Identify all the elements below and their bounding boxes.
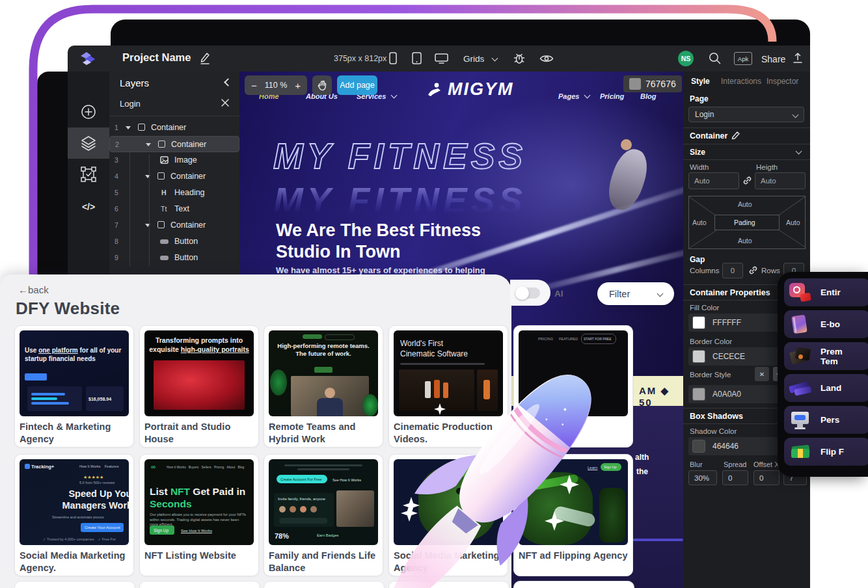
fill-color-swatch[interactable] (692, 316, 705, 329)
layer-row[interactable]: 3 Image (109, 152, 239, 168)
layer-row[interactable]: 5 H Heading (109, 185, 239, 201)
infinity-logo: ∞ (151, 463, 156, 470)
zoom-out-button[interactable]: − (251, 80, 257, 91)
hero-body-text[interactable]: We have almost 15+ years of experiences … (276, 265, 485, 275)
edit-project-icon[interactable] (199, 52, 211, 65)
share-button[interactable]: Share (761, 54, 785, 64)
template-card[interactable]: Transforming prompts into exquisite high… (139, 325, 259, 448)
zoom-control[interactable]: − 110 % + (245, 75, 307, 95)
border-color-swatch[interactable] (692, 350, 705, 363)
category-ebook[interactable]: E-bo (784, 310, 868, 338)
tab-inspector[interactable]: Inspector (766, 77, 798, 86)
width-input[interactable]: Auto (688, 172, 739, 189)
layer-row[interactable]: 7 Container (109, 217, 239, 234)
border-style-value[interactable]: A0A0A0 (712, 390, 741, 399)
category-label: Pers (821, 415, 839, 425)
template-card[interactable]: ∞ How It Works Buyers Sellers Pricing Ab… (139, 454, 259, 576)
zoom-in-button[interactable]: + (295, 80, 301, 91)
border-style-none-button[interactable]: ✕ (755, 367, 769, 381)
add-element-icon[interactable] (68, 101, 109, 122)
hand-icon (318, 80, 327, 91)
layer-row[interactable]: 8 Button (109, 234, 239, 250)
template-card[interactable]: Tracking+ How It Works Features ★★★★★ 5.… (14, 454, 134, 576)
share-upload-icon[interactable] (793, 52, 803, 64)
height-input[interactable]: Auto (755, 172, 806, 189)
pan-tool-button[interactable] (312, 75, 332, 95)
template-card[interactable]: Create Account For Free See How It Works… (264, 454, 383, 576)
padding-right-value[interactable]: Auto (786, 219, 800, 226)
shadow-color-swatch[interactable] (692, 440, 705, 453)
category-personal[interactable]: Pers (784, 406, 868, 434)
filter-dropdown[interactable]: Filter (597, 282, 674, 305)
layers-page-name[interactable]: Login (120, 99, 141, 109)
layer-row[interactable]: 6 Tt Text (109, 201, 239, 217)
hero-subtitle[interactable]: We Are The Best Fitness Studio In Town (276, 220, 481, 263)
caret-down-icon[interactable] (146, 143, 151, 146)
fill-color-value[interactable]: FFFFFF (712, 318, 741, 327)
template-card[interactable]: Use one platform for all of your startup… (14, 325, 134, 448)
padding-bottom-value[interactable]: Auto (738, 237, 752, 245)
template-card-partial[interactable] (264, 581, 385, 588)
border-style-swatch[interactable] (692, 388, 705, 401)
grids-label: Grids (463, 54, 484, 64)
tab-interactions[interactable]: Interactions (721, 77, 761, 86)
category-landing[interactable]: Land (784, 374, 868, 402)
page-select[interactable]: Login (688, 107, 804, 122)
layer-row-number: 5 (115, 189, 118, 196)
marquee-text: AM ◆ 50 (639, 385, 683, 408)
category-entire[interactable]: Entir (784, 278, 868, 306)
layers-panel-icon[interactable] (68, 133, 109, 154)
thumb-footer: ✓ Trusted by 4,000+ companies ✓ Free For (43, 537, 116, 541)
layer-row-selected[interactable]: 2 Container (109, 136, 239, 152)
site-nav-pricing[interactable]: Pricing (600, 92, 624, 100)
avatar[interactable]: NS (678, 51, 694, 66)
category-premium-templates[interactable]: Prem Tem (784, 342, 868, 370)
back-button[interactable]: ←back (18, 284, 49, 295)
device-desktop-icon[interactable] (435, 53, 448, 64)
ai-toggle[interactable] (517, 287, 540, 299)
container-icon (158, 140, 165, 148)
padding-top-value[interactable]: Auto (738, 200, 752, 208)
border-color-value[interactable]: CECECE (712, 352, 745, 361)
template-card-partial[interactable] (139, 581, 260, 588)
padding-left-value[interactable]: Auto (692, 219, 707, 226)
blur-input[interactable]: 30% (688, 470, 717, 485)
site-nav-pages[interactable]: Pages (558, 92, 590, 100)
grids-dropdown[interactable]: Grids (463, 54, 497, 64)
site-nav-blog[interactable]: Blog (640, 92, 656, 100)
inspector-divider (683, 127, 810, 128)
add-page-button[interactable]: Add page (337, 75, 377, 95)
hero-title[interactable]: MY FITNESS (273, 135, 683, 177)
search-icon[interactable] (708, 51, 722, 65)
page-section-label: Page (690, 94, 709, 103)
columns-input[interactable]: 0 (722, 263, 743, 278)
toggle-knob[interactable] (515, 286, 529, 300)
size-section-header[interactable]: Size (690, 148, 705, 157)
link-dimensions-icon[interactable] (742, 176, 752, 185)
app-logo[interactable] (78, 49, 98, 68)
collapse-all-icon[interactable] (220, 98, 230, 108)
caret-down-icon[interactable] (126, 126, 131, 129)
select-frame-icon[interactable] (68, 164, 109, 185)
template-card-partial[interactable] (14, 581, 135, 588)
debug-bug-icon[interactable] (513, 52, 526, 65)
device-phone-icon[interactable] (389, 52, 397, 64)
site-brand[interactable]: MIGYM (448, 79, 514, 100)
code-view-icon[interactable]: </> (68, 196, 109, 217)
template-card[interactable]: High-performing remote teams.The future … (264, 325, 383, 448)
apk-export-button[interactable]: Apk (734, 52, 752, 65)
layer-row[interactable]: 9 Button (109, 250, 239, 266)
link-gap-icon[interactable] (748, 265, 758, 275)
offset-x-input[interactable]: 0 (753, 470, 780, 485)
tab-style[interactable]: Style (691, 77, 710, 86)
edit-element-icon[interactable] (731, 131, 740, 140)
spread-input[interactable]: 0 (722, 470, 748, 485)
preview-eye-icon[interactable] (539, 53, 554, 64)
shadow-color-value[interactable]: 464646 (712, 442, 739, 451)
project-title[interactable]: Project Name (122, 51, 191, 64)
category-flip[interactable]: Flip F (784, 438, 868, 466)
layer-row[interactable]: 4 Container (109, 168, 239, 185)
thumb-link: See How It Works (181, 529, 212, 533)
layer-row[interactable]: 1 Container (109, 120, 239, 136)
device-tablet-icon[interactable] (412, 52, 422, 64)
